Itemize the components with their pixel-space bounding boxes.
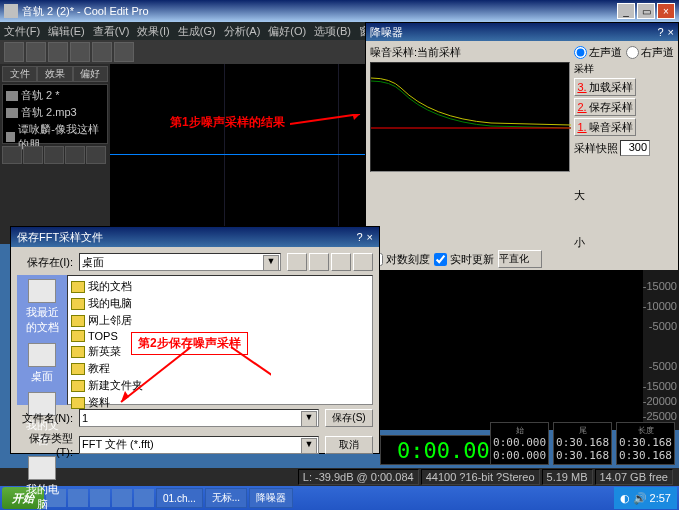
taskbar-task[interactable]: 降噪器 [249, 488, 293, 508]
folder-icon [71, 363, 85, 375]
snapshot-label: 采样快照 [574, 141, 618, 156]
list-item: 音轨 2 * [5, 87, 105, 104]
sample-label: 噪音采样:当前采样 [370, 45, 461, 60]
toolbar-button[interactable] [4, 42, 24, 62]
folder-icon [71, 380, 85, 392]
taskbar-task[interactable]: 无标... [205, 488, 247, 508]
save-button[interactable]: 保存(S) [325, 409, 373, 427]
list-item: 音轨 2.mp3 [5, 104, 105, 121]
toolbar-button[interactable] [92, 42, 112, 62]
filetype-label: 保存类型(T): [17, 431, 73, 458]
sample-section-label: 采样 [574, 62, 650, 76]
clock: 2:57 [650, 492, 671, 504]
toolbar-button[interactable] [70, 42, 90, 62]
flatten-button[interactable]: 平直化 [498, 250, 542, 268]
noise-profile-graph[interactable] [370, 62, 570, 172]
nav-back-button[interactable] [287, 253, 307, 271]
nav-newfolder-button[interactable] [331, 253, 351, 271]
status-size: 5.19 MB [542, 469, 593, 485]
nav-view-button[interactable] [353, 253, 373, 271]
annotation-step2: 第2步保存噪声采样 [131, 332, 248, 355]
menu-options[interactable]: 选项(B) [314, 24, 351, 39]
left-panel: 文件 效果 偏好 音轨 2 * 音轨 2.mp3 谭咏麟-像我这样的朋... [0, 64, 110, 244]
filetype-combo[interactable]: FFT 文件 (*.fft) [79, 436, 319, 454]
dialog-help-icon[interactable]: ? [356, 231, 362, 243]
list-item[interactable]: 新建文件夹 [70, 377, 370, 394]
menu-edit[interactable]: 编辑(E) [48, 24, 85, 39]
list-item[interactable]: 我的电脑 [70, 295, 370, 312]
minimize-button[interactable]: _ [617, 3, 635, 19]
folder-icon [71, 281, 85, 293]
nav-up-button[interactable] [309, 253, 329, 271]
list-item[interactable]: 网上邻居 [70, 312, 370, 329]
toolbar-button[interactable] [26, 42, 46, 62]
status-free: 14.07 GB free [595, 469, 674, 485]
save-dialog: 保存FFT采样文件 ? × 保存在(I): 桌面 我最近的文档 桌面 我的文档 … [10, 226, 380, 454]
maximize-button[interactable]: ▭ [637, 3, 655, 19]
quicklaunch-icon[interactable] [112, 489, 132, 507]
savein-label: 保存在(I): [17, 255, 73, 270]
folder-icon [71, 298, 85, 310]
capture-sample-button[interactable]: 1.噪音采样 [574, 118, 636, 136]
dialog-close-icon[interactable]: × [668, 26, 674, 38]
panel-button[interactable] [23, 146, 43, 164]
tab-favorites[interactable]: 偏好 [73, 66, 108, 82]
label-big: 大 [574, 188, 650, 203]
savein-combo[interactable]: 桌面 [79, 253, 281, 271]
status-level: L: -39.9dB @ 0:00.084 [298, 469, 419, 485]
tab-files[interactable]: 文件 [2, 66, 37, 82]
save-sample-button[interactable]: 2.保存采样 [574, 98, 636, 116]
snapshot-input[interactable]: 300 [620, 140, 650, 156]
folder-icon [71, 397, 85, 409]
selection-stats: 始0:00.0000:00.000 尾0:30.1680:30.168 长度0:… [490, 422, 675, 465]
panel-button[interactable] [44, 146, 64, 164]
dialog-title: 降噪器 [370, 25, 657, 40]
quicklaunch-icon[interactable] [90, 489, 110, 507]
taskbar-task[interactable]: 01.ch... [156, 488, 203, 508]
place-computer[interactable]: 我的电脑 [22, 456, 62, 510]
menu-effects[interactable]: 效果(I) [137, 24, 169, 39]
cancel-button[interactable]: 取消 [325, 436, 373, 454]
folder-icon [71, 315, 85, 327]
menu-view[interactable]: 查看(V) [93, 24, 130, 39]
audio-icon [6, 132, 15, 142]
toolbar-button[interactable] [48, 42, 68, 62]
list-item[interactable]: 我的文档 [70, 278, 370, 295]
dialog-close-icon[interactable]: × [367, 231, 373, 243]
places-bar: 我最近的文档 桌面 我的文档 我的电脑 网上邻居 [17, 275, 67, 405]
taskbar: 开始 01.ch... 无标... 降噪器 ◐ 🔊 2:57 [0, 486, 679, 510]
close-button[interactable]: × [657, 3, 675, 19]
save-dialog-title: 保存FFT采样文件 [17, 230, 356, 245]
place-recent[interactable]: 我最近的文档 [22, 279, 62, 335]
tray-icon[interactable]: 🔊 [633, 492, 647, 505]
dialog-help-icon[interactable]: ? [657, 26, 663, 38]
window-title: 音轨 2 (2)* - Cool Edit Pro [22, 4, 617, 19]
quicklaunch-icon[interactable] [68, 489, 88, 507]
check-realtime[interactable]: 实时更新 [434, 252, 494, 267]
track-list[interactable]: 音轨 2 * 音轨 2.mp3 谭咏麟-像我这样的朋... [2, 84, 108, 144]
app-icon [4, 4, 18, 18]
radio-left-channel[interactable]: 左声道 [574, 45, 622, 60]
tray-icon[interactable]: ◐ [620, 492, 630, 505]
filename-input[interactable]: 1 [79, 409, 319, 427]
menu-analyze[interactable]: 分析(A) [224, 24, 261, 39]
folder-icon [71, 346, 85, 358]
menu-generate[interactable]: 生成(G) [178, 24, 216, 39]
panel-button[interactable] [2, 146, 22, 164]
audio-icon [6, 91, 18, 101]
panel-button[interactable] [65, 146, 85, 164]
place-desktop[interactable]: 桌面 [22, 343, 62, 384]
tab-effects[interactable]: 效果 [37, 66, 72, 82]
menu-favorites[interactable]: 偏好(O) [268, 24, 306, 39]
panel-button[interactable] [86, 146, 106, 164]
system-tray[interactable]: ◐ 🔊 2:57 [614, 487, 677, 509]
status-bar: L: -39.9dB @ 0:00.084 44100 ?16-bit ?Ste… [0, 468, 679, 486]
quicklaunch-icon[interactable] [134, 489, 154, 507]
load-sample-button[interactable]: 3.加载采样 [574, 78, 636, 96]
lower-waveform[interactable]: -15000 -10000 -5000 -5000 -15000 -20000 … [380, 270, 679, 430]
radio-right-channel[interactable]: 右声道 [626, 45, 674, 60]
toolbar-button[interactable] [114, 42, 134, 62]
menu-file[interactable]: 文件(F) [4, 24, 40, 39]
file-list[interactable]: 我的文档 我的电脑 网上邻居 TOPS 新英菜 教程 新建文件夹 资料 第2步保… [67, 275, 373, 405]
list-item[interactable]: 教程 [70, 360, 370, 377]
